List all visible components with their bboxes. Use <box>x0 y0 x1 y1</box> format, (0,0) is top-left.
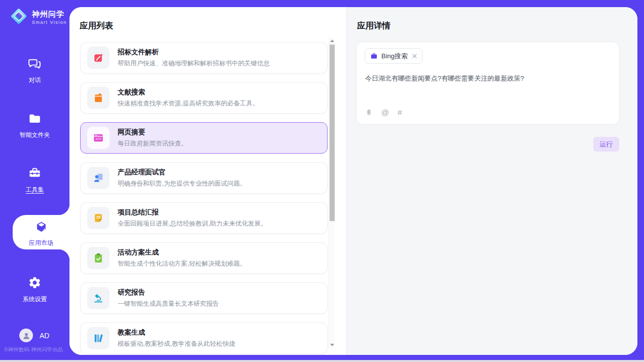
app-card-description: 全面回顾项目进展,总结经验教训,助力未来优化发展。 <box>118 220 267 228</box>
input-toolbar: @ # <box>365 108 402 117</box>
app-card-description: 快速精准查找学术资源,提高研究效率的必备工具。 <box>118 99 259 108</box>
app-icon-tile <box>87 167 110 189</box>
app-list-panel: 应用列表 招标文件解析 帮助用户快速、准确地理解和解析招标书中的关键信息 文献搜… <box>69 7 346 355</box>
brand-name: 神州问学 <box>32 10 67 19</box>
sidebar-active-indicator: 应用市场 <box>13 215 69 249</box>
app-icon-tile <box>87 47 110 69</box>
app-icon-tile <box>87 247 110 269</box>
sidebar-item-chat[interactable]: 对话 <box>0 57 69 85</box>
scrollbar-thumb[interactable] <box>330 45 335 221</box>
app-card-list: 招标文件解析 帮助用户快速、准确地理解和解析招标书中的关键信息 文献搜索 快速精… <box>80 42 328 355</box>
brand-subtitle: Smart Vision <box>32 20 67 25</box>
app-icon-tile <box>87 287 110 309</box>
sidebar-item-label: 对话 <box>29 76 41 85</box>
folder-icon <box>28 112 42 127</box>
sidebar-item-label: 应用市场 <box>29 239 53 247</box>
close-icon[interactable] <box>412 54 417 58</box>
app-card[interactable]: 教案生成 模板驱动,教案秒成,教学准备从此轻松快捷 <box>80 322 328 354</box>
note-icon <box>93 212 104 224</box>
app-card-title: 产品经理面试官 <box>118 168 246 177</box>
app-card-title: 研究报告 <box>118 288 219 297</box>
app-detail-title: 应用详情 <box>357 20 390 31</box>
app-card[interactable]: </> 网页摘要 每日政府新闻资讯快查。 <box>80 122 328 154</box>
copyright-text: ©神州数码·神州问学出品 <box>4 346 63 353</box>
browser-code-icon: </> <box>93 132 104 143</box>
sidebar-item-smart-folder[interactable]: 智能文件夹 <box>0 112 69 139</box>
app-icon-tile <box>87 87 110 109</box>
app-card-title: 文献搜索 <box>118 88 259 97</box>
sidebar-item-label: 工具集 <box>26 186 44 194</box>
app-icon-tile <box>87 327 110 349</box>
user-account[interactable]: AD <box>19 329 49 342</box>
app-card[interactable]: 文献搜索 快速精准查找学术资源,提高研究效率的必备工具。 <box>80 82 328 114</box>
sidebar: 神州问学 Smart Vision 对话 智能文件夹 <box>0 0 69 360</box>
app-card-title: 网页摘要 <box>118 128 188 137</box>
gear-icon <box>28 276 42 292</box>
app-card[interactable]: 研究报告 一键智能生成高质量长文本研究报告 <box>80 282 328 314</box>
clipboard-check-icon <box>93 252 104 264</box>
avatar <box>19 329 33 342</box>
brand: 神州问学 Smart Vision <box>9 7 67 28</box>
svg-text:</>: </> <box>95 137 101 141</box>
app-card[interactable]: 招标文件解析 帮助用户快速、准确地理解和解析招标书中的关键信息 <box>80 42 328 74</box>
app-detail-panel: 应用详情 Bing搜索 今日 <box>346 7 637 355</box>
app-card-description: 明确身份和职责,为您提供专业性的面试问题。 <box>118 179 246 188</box>
toolbox-icon <box>28 166 42 182</box>
prompt-card: Bing搜索 今日湖北有哪些新闻要点?有哪些需要关注的最新政策? @ <box>356 42 620 125</box>
edit-doc-icon <box>93 52 104 63</box>
run-button[interactable]: 运行 <box>593 137 619 152</box>
sidebar-item-label: 系统设置 <box>23 295 47 304</box>
app-icon-tile <box>87 207 110 229</box>
query-input[interactable]: 今日湖北有哪些新闻要点?有哪些需要关注的最新政策? <box>365 74 611 84</box>
person-icon <box>22 331 31 340</box>
app-card-description: 帮助用户快速、准确地理解和解析招标书中的关键信息 <box>118 59 270 68</box>
scroll-up-icon[interactable] <box>330 40 334 42</box>
sidebar-item-label: 智能文件夹 <box>20 131 50 139</box>
tool-tag-bing-search[interactable]: Bing搜索 <box>365 48 422 64</box>
app-card-description: 智能生成个性化活动方案,轻松解决规划难题。 <box>118 260 246 268</box>
at-icon[interactable]: @ <box>381 108 389 116</box>
user-name: AD <box>40 332 49 340</box>
app-window: 神州问学 Smart Vision 对话 智能文件夹 <box>0 0 644 362</box>
sidebar-item-app-market[interactable]: 应用市场 <box>13 221 69 247</box>
app-card-title: 项目总结汇报 <box>118 208 267 217</box>
hash-icon[interactable]: # <box>398 108 402 116</box>
scrollbar[interactable] <box>329 38 335 348</box>
research-icon <box>93 293 104 304</box>
main-content: 应用列表 招标文件解析 帮助用户快速、准确地理解和解析招标书中的关键信息 文献搜… <box>69 7 637 355</box>
app-card[interactable]: 活动方案生成 智能生成个性化活动方案,轻松解决规划难题。 <box>80 242 328 274</box>
chat-icon <box>28 57 42 73</box>
app-card-description: 每日政府新闻资讯快查。 <box>118 139 188 148</box>
tool-tag-label: Bing搜索 <box>381 52 408 61</box>
app-card-title: 活动方案生成 <box>118 248 246 257</box>
app-card-title: 教案生成 <box>118 328 235 337</box>
cube-icon <box>34 221 48 236</box>
diamond-logo-icon <box>9 7 28 28</box>
app-card-title: 招标文件解析 <box>118 48 270 57</box>
paperclip-icon[interactable] <box>365 108 373 117</box>
app-card[interactable]: 产品经理面试官 明确身份和职责,为您提供专业性的面试问题。 <box>80 162 328 194</box>
book-icon <box>93 92 104 103</box>
interviewer-icon <box>93 172 104 184</box>
sidebar-item-toolset[interactable]: 工具集 <box>0 166 69 194</box>
app-icon-tile: </> <box>87 127 110 149</box>
books-icon <box>93 333 104 344</box>
sidebar-item-settings[interactable]: 系统设置 <box>0 276 69 304</box>
bottom-strip <box>0 360 644 362</box>
app-list-title: 应用列表 <box>80 20 113 31</box>
app-card-description: 一键智能生成高质量长文本研究报告 <box>118 300 219 308</box>
scroll-down-icon[interactable] <box>330 344 334 346</box>
app-card-description: 模板驱动,教案秒成,教学准备从此轻松快捷 <box>118 340 235 348</box>
briefcase-icon <box>370 52 378 60</box>
app-card[interactable]: 项目总结汇报 全面回顾项目进展,总结经验教训,助力未来优化发展。 <box>80 202 328 234</box>
